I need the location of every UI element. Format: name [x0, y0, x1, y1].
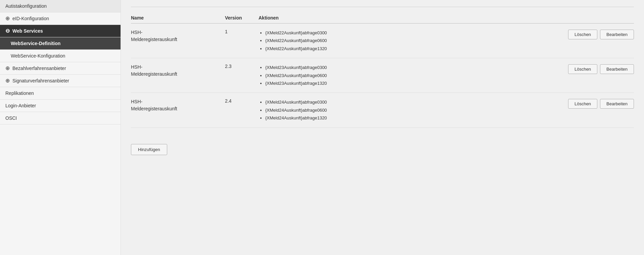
row-actions: {XMeld22Auskunft}abfrage0300 {XMeld22Aus… — [259, 29, 634, 52]
actions-list: {XMeld23Auskunft}abfrage0300 {XMeld23Aus… — [259, 64, 561, 87]
action-item: {XMeld23Auskunft}abfrage0600 — [265, 72, 561, 79]
row-version: 1 — [225, 29, 259, 34]
action-buttons: Löschen Bearbeiten — [568, 29, 634, 39]
sidebar-item-label: Bezahlverfahrensanbieter — [12, 66, 66, 71]
header-name: Name — [131, 15, 225, 21]
sidebar-item-signaturverfahrensanbieter[interactable]: ⊕ Signaturverfahrensanbieter — [0, 75, 121, 87]
loeschen-button[interactable]: Löschen — [568, 30, 597, 39]
sidebar-item-bezahlverfahrensanbieter[interactable]: ⊕ Bezahlverfahrensanbieter — [0, 62, 121, 75]
expand-icon: ⊕ — [5, 66, 10, 71]
sidebar-item-webservice-definition[interactable]: WebService-Definition — [0, 37, 121, 50]
sidebar-item-label: Replikationen — [5, 90, 34, 96]
row-actions: {XMeld24Auskunft}abfrage0300 {XMeld24Aus… — [259, 98, 634, 122]
action-item: {XMeld23Auskunft}abfrage1320 — [265, 79, 561, 87]
sidebar-item-login-anbieter[interactable]: Login-Anbieter — [0, 100, 121, 112]
sidebar-item-label: Signaturverfahrensanbieter — [12, 78, 69, 83]
sidebar-item-label: eID-Konfiguration — [12, 16, 49, 21]
row-name: HSH- Melderegisterauskunft — [131, 64, 225, 78]
top-divider — [131, 7, 634, 7]
collapse-icon: ⊖ — [5, 28, 10, 34]
sidebar-item-osci[interactable]: OSCI — [0, 112, 121, 124]
header-version: Version — [225, 15, 259, 21]
action-item: {XMeld22Auskunft}abfrage0300 — [265, 29, 561, 37]
action-item: {XMeld22Auskunft}abfrage1320 — [265, 45, 561, 52]
sidebar-item-label: WebService-Konfiguration — [11, 53, 65, 59]
expand-icon: ⊕ — [5, 16, 10, 21]
sidebar-item-eid-konfiguration[interactable]: ⊕ eID-Konfiguration — [0, 12, 121, 25]
action-item: {XMeld24Auskunft}abfrage0600 — [265, 106, 561, 114]
table-row: HSH- Melderegisterauskunft 2.3 {XMeld23A… — [131, 58, 634, 93]
action-buttons: Löschen Bearbeiten — [568, 98, 634, 109]
row-version: 2.3 — [225, 64, 259, 69]
sidebar-item-label: OSCI — [5, 115, 17, 121]
loeschen-button[interactable]: Löschen — [568, 64, 597, 74]
sidebar-item-label: Autistakonfiguration — [5, 3, 47, 9]
sidebar-item-label: Login-Anbieter — [5, 103, 36, 108]
action-item: {XMeld24Auskunft}abfrage0300 — [265, 98, 561, 106]
bearbeiten-button[interactable]: Bearbeiten — [600, 30, 634, 39]
main-content: Name Version Aktionen HSH- Melderegister… — [121, 0, 644, 255]
table-row: HSH- Melderegisterauskunft 2.4 {XMeld24A… — [131, 93, 634, 128]
expand-icon: ⊕ — [5, 78, 10, 83]
header-aktionen: Aktionen — [259, 15, 634, 21]
row-name: HSH- Melderegisterauskunft — [131, 29, 225, 43]
row-name: HSH- Melderegisterauskunft — [131, 98, 225, 112]
action-item: {XMeld22Auskunft}abfrage0600 — [265, 37, 561, 44]
table-header: Name Version Aktionen — [131, 12, 634, 24]
action-item: {XMeld24Auskunft}abfrage1320 — [265, 114, 561, 122]
sidebar-item-label: Web Services — [12, 28, 43, 34]
sidebar-item-label: WebService-Definition — [11, 41, 60, 46]
bearbeiten-button[interactable]: Bearbeiten — [600, 64, 634, 74]
table-row: HSH- Melderegisterauskunft 1 {XMeld22Aus… — [131, 24, 634, 58]
sidebar-item-webservice-konfiguration[interactable]: WebService-Konfiguration — [0, 50, 121, 62]
bearbeiten-button[interactable]: Bearbeiten — [600, 99, 634, 109]
action-buttons: Löschen Bearbeiten — [568, 64, 634, 74]
row-actions: {XMeld23Auskunft}abfrage0300 {XMeld23Aus… — [259, 64, 634, 87]
sidebar-item-autistakonfiguration[interactable]: Autistakonfiguration — [0, 0, 121, 12]
row-version: 2.4 — [225, 98, 259, 104]
actions-list: {XMeld22Auskunft}abfrage0300 {XMeld22Aus… — [259, 29, 561, 52]
sidebar: Autistakonfiguration ⊕ eID-Konfiguration… — [0, 0, 121, 255]
hinzufuegen-button[interactable]: Hinzufügen — [131, 144, 167, 155]
add-button-container: Hinzufügen — [131, 136, 634, 155]
sidebar-item-replikationen[interactable]: Replikationen — [0, 87, 121, 100]
actions-list: {XMeld24Auskunft}abfrage0300 {XMeld24Aus… — [259, 98, 561, 122]
loeschen-button[interactable]: Löschen — [568, 99, 597, 109]
sidebar-item-web-services[interactable]: ⊖ Web Services — [0, 25, 121, 37]
action-item: {XMeld23Auskunft}abfrage0300 — [265, 64, 561, 71]
